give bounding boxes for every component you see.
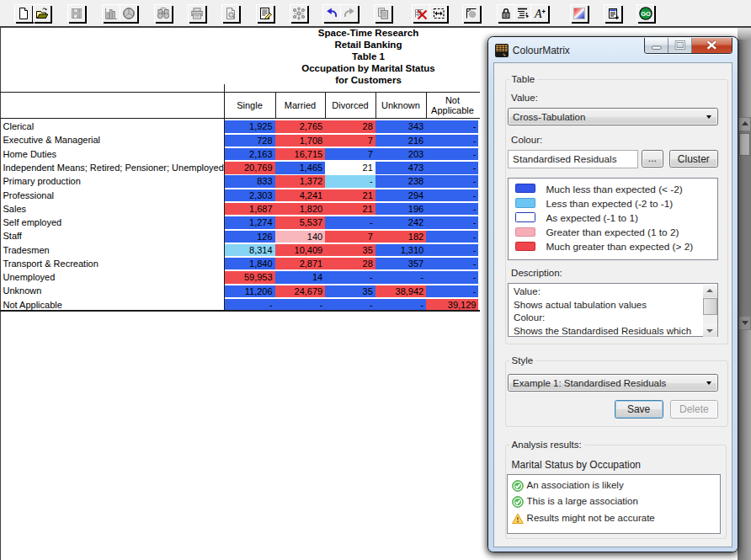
svg-text:A: A xyxy=(534,8,542,20)
svg-text:GO: GO xyxy=(641,10,651,18)
